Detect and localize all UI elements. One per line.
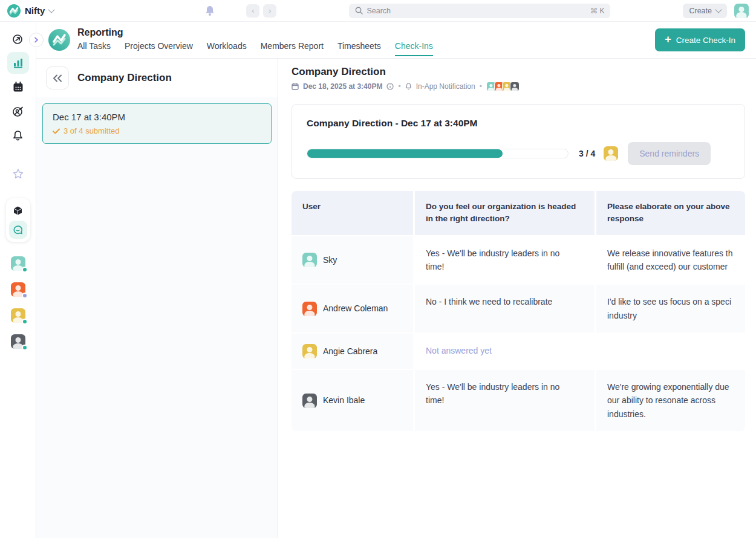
reporting-logo-icon bbox=[48, 29, 70, 51]
progress-fill bbox=[307, 149, 503, 158]
back-button[interactable]: ‹ bbox=[246, 4, 259, 18]
tab-timesheets[interactable]: Timesheets bbox=[337, 41, 381, 56]
star-icon[interactable] bbox=[7, 163, 29, 185]
elaboration-cell: We release innovative features th fulfil… bbox=[596, 236, 745, 284]
calendar-icon[interactable] bbox=[7, 76, 29, 98]
status-dot bbox=[22, 267, 28, 273]
elaboration-cell: I'd like to see us focus on a speci indu… bbox=[596, 285, 745, 332]
checkin-datetime: Dec 18, 2025 at 3:40PM bbox=[303, 82, 382, 91]
chevron-down-icon bbox=[48, 6, 55, 13]
topbar: Nifty ‹ › Search ⌘ K Create bbox=[0, 0, 756, 22]
icon-rail bbox=[0, 22, 36, 538]
plus-icon: + bbox=[665, 34, 671, 45]
discover-icon[interactable] bbox=[7, 28, 29, 50]
member-check-icon[interactable] bbox=[7, 100, 29, 122]
brand-name: Nifty bbox=[25, 5, 45, 16]
separator-dot: • bbox=[480, 82, 482, 91]
create-checkin-label: Create Check-In bbox=[676, 36, 735, 45]
user-avatar bbox=[302, 394, 317, 408]
summary-card: Company Direction - Dec 17 at 3:40PM 3 /… bbox=[292, 104, 745, 179]
team-avatar[interactable] bbox=[11, 282, 25, 297]
team-avatars bbox=[11, 256, 25, 349]
participant-avatars bbox=[486, 82, 520, 91]
create-checkin-button[interactable]: + Create Check-In bbox=[655, 28, 745, 51]
status-dot bbox=[22, 293, 28, 299]
progress-fraction: 3 / 4 bbox=[579, 149, 595, 158]
answer-cell: Yes - We'll be industry leaders in no ti… bbox=[415, 370, 595, 431]
checkin-list-panel: Company Direction Dec 17 at 3:40PM 3 of … bbox=[36, 59, 278, 538]
create-button[interactable]: Create bbox=[683, 4, 727, 18]
info-icon bbox=[386, 83, 394, 90]
tab-check-ins[interactable]: Check-Ins bbox=[395, 41, 433, 56]
participant-avatar bbox=[510, 82, 520, 91]
table-row-user: Andrew Coleman bbox=[292, 285, 413, 332]
workspace-cube-icon[interactable] bbox=[9, 201, 27, 219]
checkin-meta: Dec 18, 2025 at 3:40PM • In-App Notifica… bbox=[292, 82, 745, 91]
reports-icon[interactable] bbox=[7, 52, 29, 74]
column-header-user: User bbox=[292, 191, 413, 235]
expand-sidebar-button[interactable] bbox=[29, 33, 44, 47]
chevron-down-icon bbox=[715, 6, 722, 13]
status-dot bbox=[22, 319, 28, 325]
team-avatar[interactable] bbox=[11, 256, 25, 271]
checkin-detail: Company Direction Dec 18, 2025 at 3:40PM… bbox=[278, 59, 756, 538]
user-avatar[interactable] bbox=[734, 4, 749, 18]
page-header: Reporting All Tasks Projects Overview Wo… bbox=[36, 22, 756, 59]
tab-members-report[interactable]: Members Report bbox=[261, 41, 324, 56]
checkin-list-item[interactable]: Dec 17 at 3:40PM 3 of 4 submitted bbox=[42, 103, 272, 144]
report-tabs: All Tasks Projects Overview Workloads Me… bbox=[77, 41, 433, 56]
responses-table: User Do you feel our organization is hea… bbox=[292, 191, 745, 431]
page-title: Reporting bbox=[77, 27, 433, 38]
search-icon bbox=[355, 7, 363, 15]
checkin-title: Company Direction bbox=[292, 66, 745, 78]
nifty-logo-icon bbox=[7, 4, 21, 18]
check-icon bbox=[53, 128, 60, 134]
team-avatar[interactable] bbox=[11, 308, 25, 323]
chat-icon[interactable] bbox=[9, 221, 27, 239]
summary-heading: Company Direction - Dec 17 at 3:40PM bbox=[307, 118, 730, 129]
panel-title: Company Direction bbox=[77, 72, 172, 84]
table-row-user: Kevin Ibale bbox=[292, 370, 413, 431]
user-avatar bbox=[302, 302, 317, 316]
history-nav: ‹ › bbox=[246, 4, 276, 18]
workspace-dock bbox=[6, 198, 30, 242]
brand[interactable]: Nifty bbox=[7, 4, 54, 18]
bell-icon[interactable] bbox=[7, 125, 29, 146]
calendar-icon bbox=[292, 83, 299, 90]
pending-user-avatar bbox=[604, 146, 618, 161]
user-avatar bbox=[302, 253, 317, 267]
bell-icon bbox=[405, 83, 412, 90]
answer-cell: No - I think we need to recalibrate bbox=[415, 285, 595, 332]
collapse-panel-button[interactable] bbox=[46, 66, 69, 89]
tab-projects-overview[interactable]: Projects Overview bbox=[125, 41, 193, 56]
status-dot bbox=[22, 345, 28, 351]
tab-all-tasks[interactable]: All Tasks bbox=[77, 41, 111, 56]
notification-type: In-App Notification bbox=[416, 82, 475, 91]
notifications-bell-icon[interactable] bbox=[205, 5, 215, 16]
team-avatar[interactable] bbox=[11, 334, 25, 349]
checkin-date: Dec 17 at 3:40PM bbox=[53, 112, 261, 122]
user-avatar bbox=[302, 344, 317, 358]
elaboration-cell bbox=[596, 334, 745, 369]
progress-bar bbox=[307, 149, 569, 158]
answer-cell: Not answered yet bbox=[415, 334, 595, 369]
table-row-user: Angie Cabrera bbox=[292, 334, 413, 369]
separator-dot: • bbox=[398, 82, 400, 91]
checkin-status: 3 of 4 submitted bbox=[53, 126, 261, 135]
send-reminders-button[interactable]: Send reminders bbox=[628, 142, 711, 165]
search-shortcut: ⌘ K bbox=[590, 7, 604, 15]
search-placeholder: Search bbox=[367, 7, 587, 15]
column-header-question2: Please elaborate on your above response bbox=[596, 191, 745, 235]
elaboration-cell: We're growing exponentially due our abil… bbox=[596, 370, 745, 431]
answer-cell: Yes - We'll be industry leaders in no ti… bbox=[415, 236, 595, 284]
column-header-question1: Do you feel our organization is headed i… bbox=[415, 191, 595, 235]
tab-workloads[interactable]: Workloads bbox=[207, 41, 247, 56]
forward-button[interactable]: › bbox=[263, 4, 276, 18]
create-button-label: Create bbox=[689, 7, 712, 15]
table-row-user: Sky bbox=[292, 236, 413, 284]
search-input[interactable]: Search ⌘ K bbox=[349, 4, 610, 18]
